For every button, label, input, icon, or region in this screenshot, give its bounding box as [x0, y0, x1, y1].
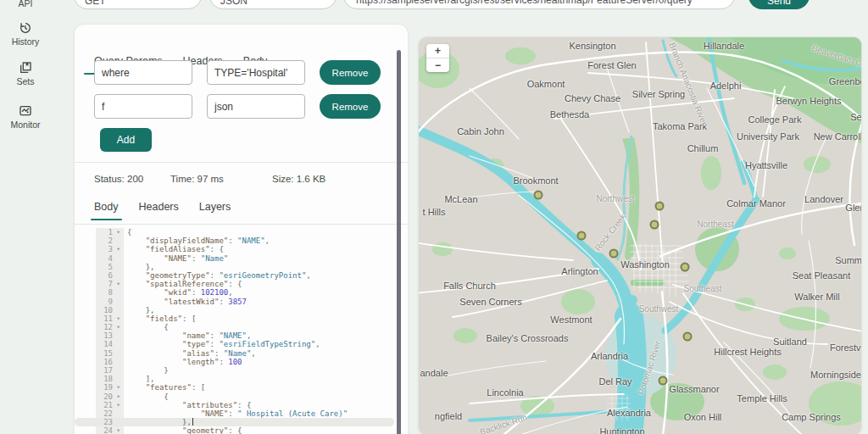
- code-gutter: 1▾: [96, 228, 124, 236]
- code-line: 13 "name": "NAME",: [75, 331, 394, 340]
- map-place-label: Westmont: [550, 314, 592, 325]
- line-number: 16: [96, 358, 113, 366]
- map-place-label: Summer: [835, 255, 862, 265]
- fold-caret-icon[interactable]: ▾: [113, 245, 124, 253]
- code-line: 23 },: [75, 418, 394, 426]
- map-place-label: Suitland: [773, 337, 807, 347]
- sidebar-item-history[interactable]: History: [0, 21, 51, 47]
- code-line: 22 "NAME": " Hospital (Acute Care)": [75, 409, 394, 418]
- code-text: "spatialReference": {: [127, 280, 242, 288]
- line-number: 13: [96, 331, 113, 340]
- param-key-input[interactable]: [94, 60, 192, 85]
- map-place-label: Se: [850, 112, 861, 122]
- zoom-in-button[interactable]: +: [426, 44, 449, 58]
- response-scrollbar[interactable]: [397, 50, 401, 434]
- response-tab-headers[interactable]: Headers: [139, 201, 179, 220]
- line-number: 7: [96, 280, 113, 288]
- url-input[interactable]: [354, 0, 724, 7]
- method-select[interactable]: GET: [74, 0, 202, 9]
- remove-param-button[interactable]: Remove: [320, 94, 381, 119]
- add-param-button[interactable]: Add: [100, 128, 152, 152]
- fold-caret-icon[interactable]: ▾: [113, 228, 124, 236]
- zoom-out-button[interactable]: −: [426, 58, 449, 72]
- code-line: 8 "wkid": 102100,: [75, 288, 394, 297]
- line-number: 18: [96, 375, 113, 383]
- hospital-marker[interactable]: [659, 376, 668, 386]
- hospital-marker[interactable]: [577, 231, 587, 241]
- format-select[interactable]: JSON: [209, 0, 337, 9]
- map-place-label: Brookmont: [513, 175, 558, 186]
- param-row: Remove: [94, 60, 381, 85]
- fold-caret-icon[interactable]: ▾: [113, 280, 124, 288]
- map-place-label: Oakmont: [527, 79, 565, 89]
- fold-caret-icon: [113, 349, 124, 358]
- map-place-label: Hillandale: [704, 41, 744, 51]
- hospital-marker[interactable]: [655, 202, 665, 211]
- send-button[interactable]: Send: [748, 0, 810, 9]
- fold-caret-icon: [113, 298, 124, 306]
- code-gutter: 7▾: [96, 280, 124, 288]
- sidebar-item-monitor[interactable]: Monitor: [0, 104, 51, 130]
- hospital-marker[interactable]: [683, 332, 693, 342]
- remove-param-button[interactable]: Remove: [320, 60, 381, 85]
- line-number: 11: [96, 314, 113, 323]
- map-place-label: Hillcrest Heights: [714, 347, 781, 357]
- param-key-input[interactable]: [94, 94, 192, 119]
- code-line: 6 "geometryType": "esriGeometryPoint",: [75, 271, 394, 280]
- code-gutter: 5: [96, 263, 124, 271]
- fold-caret-icon[interactable]: ▾: [113, 314, 124, 323]
- code-text: "wkid": 102100,: [127, 288, 233, 297]
- map-place-label: Greenbelt: [829, 76, 862, 86]
- map-place-label: Del Ray: [598, 376, 632, 387]
- fold-caret-icon[interactable]: ▾: [113, 392, 124, 401]
- code-line: 20▾ {: [75, 392, 394, 401]
- line-number: 24: [96, 426, 113, 434]
- map-place-label: Kensington: [569, 41, 615, 51]
- line-number: 1: [96, 228, 113, 236]
- code-line: 11▾ "fields": [: [75, 314, 394, 323]
- map-place-label: Silver Spring: [632, 89, 685, 99]
- hospital-marker[interactable]: [534, 191, 543, 200]
- fold-caret-icon[interactable]: ▾: [113, 383, 124, 392]
- map-place-label: Bailey's Crossroads: [487, 333, 569, 343]
- code-text: "length": 100: [127, 358, 242, 366]
- response-tab-layers[interactable]: Layers: [199, 201, 231, 220]
- line-number: 17: [96, 366, 113, 375]
- fold-caret-icon: [113, 340, 124, 348]
- code-line: 1▾{: [75, 228, 394, 236]
- code-text: "NAME": "Name": [127, 254, 228, 263]
- fold-caret-icon[interactable]: ▾: [113, 401, 124, 409]
- hospital-marker[interactable]: [681, 263, 690, 272]
- code-gutter: 24▾: [96, 426, 124, 434]
- format-value: JSON: [220, 0, 248, 7]
- fold-caret-icon: [113, 263, 124, 271]
- map-place-label: Arlington: [561, 266, 598, 276]
- line-number: 3: [96, 245, 113, 253]
- param-value-input[interactable]: [207, 94, 305, 119]
- hospital-marker[interactable]: [609, 249, 619, 259]
- response-tab-body[interactable]: Body: [94, 201, 119, 220]
- map-canvas[interactable]: KensingtonHillandaleForest GlenBeaverdam…: [419, 37, 861, 434]
- url-field[interactable]: [343, 0, 735, 9]
- line-number: 21: [96, 401, 113, 409]
- code-gutter: 23: [96, 418, 124, 426]
- map-place-label: andale: [420, 368, 448, 378]
- fold-caret-icon: [113, 331, 124, 340]
- status-size: Size: 1.6 KB: [272, 174, 326, 184]
- divider: [75, 162, 408, 163]
- monitor-icon: [19, 104, 32, 118]
- code-line: 15 "alias": "Name",: [75, 349, 394, 358]
- map-place-label: Lincolnia: [487, 387, 523, 398]
- fold-caret-icon: [113, 358, 124, 366]
- code-line: 4 "NAME": "Name": [75, 254, 394, 263]
- fold-caret-icon[interactable]: ▾: [113, 426, 124, 434]
- fold-caret-icon[interactable]: ▾: [113, 323, 124, 331]
- hospital-marker[interactable]: [650, 220, 659, 230]
- map-place-label: Washington: [620, 259, 670, 270]
- param-value-input[interactable]: [207, 60, 305, 85]
- sidebar-item-api[interactable]: API: [0, 0, 51, 8]
- sidebar-item-sets[interactable]: Sets: [0, 61, 51, 86]
- code-text: "fields": [: [127, 314, 196, 323]
- map-place-label: Colmar Manor: [726, 198, 786, 209]
- line-number: 9: [96, 298, 113, 306]
